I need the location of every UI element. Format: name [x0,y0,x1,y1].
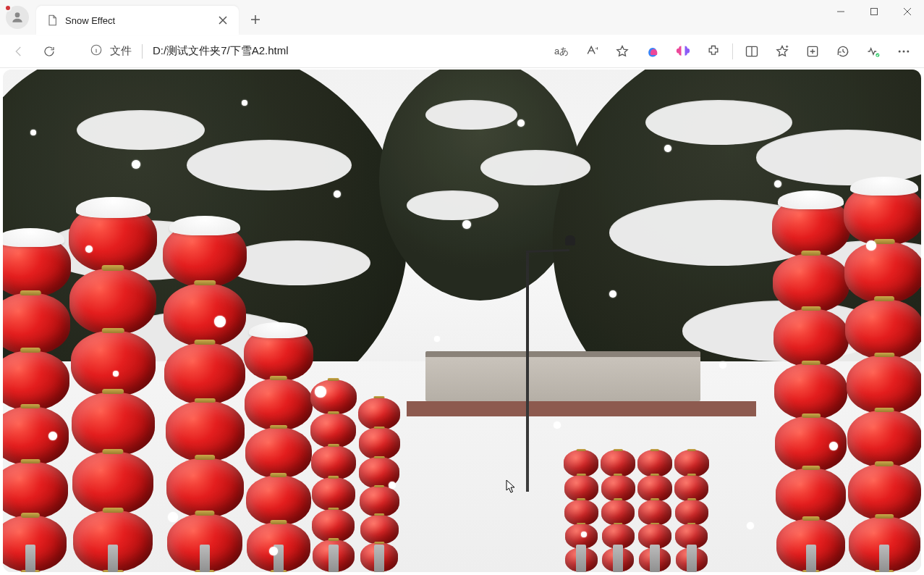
lantern [360,486,399,517]
lantern-column [358,398,400,573]
lantern [601,450,635,477]
window-close-button[interactable] [891,0,924,23]
background-wall [407,401,755,416]
more-icon[interactable] [889,38,918,64]
lantern-column [844,183,921,572]
tab-title: Snow Effect [65,15,207,26]
lantern [3,235,71,298]
lantern-column [772,197,850,572]
extensions-icon[interactable] [699,38,728,64]
collections-icon[interactable] [798,38,827,64]
window-maximize-button[interactable] [857,0,891,23]
lantern [848,463,921,521]
lantern [772,197,850,258]
page-viewport [0,68,924,575]
lantern [164,283,246,348]
svg-point-0 [15,12,20,17]
svg-point-7 [903,50,905,52]
lantern-stake [25,545,35,572]
favorites-bar-icon[interactable] [768,38,797,64]
lantern [72,392,155,456]
lantern [674,475,708,502]
lantern-snowcap [850,177,918,196]
read-aloud-icon[interactable] [577,38,606,64]
lantern [844,241,921,303]
lantern-stake [200,545,210,572]
snow-patch [77,110,205,151]
lantern [601,475,635,502]
lantern [358,398,400,430]
lantern-column [674,450,709,572]
snow-scene [3,70,921,572]
lantern-stake [274,545,284,572]
lantern-stake [576,545,586,572]
address-type-label: 文件 [110,44,132,58]
background-building [425,351,701,401]
lantern-stake [687,545,697,572]
window-controls [824,0,924,29]
lantern [601,500,635,526]
lantern [776,468,846,523]
window-minimize-button[interactable] [824,0,857,23]
lantern [637,450,672,477]
lantern [311,445,355,480]
lantern [3,406,69,466]
lantern [638,500,671,526]
lantern [359,457,399,488]
lamp-head [565,235,575,245]
lantern [245,427,312,479]
lantern [310,379,357,416]
lantern [244,327,313,382]
lantern [69,204,157,273]
tab-close-button[interactable] [214,12,232,29]
lantern [674,450,709,477]
lantern-stake [108,545,118,572]
lantern-column [69,204,157,572]
profile-button[interactable] [6,6,29,29]
lantern [3,351,69,411]
browser-titlebar: Snow Effect [0,0,924,35]
lantern [163,222,247,288]
refresh-button[interactable] [36,38,62,64]
lantern-snowcap [169,216,240,235]
lantern-column [163,222,247,572]
lantern [564,450,598,477]
lantern [773,253,849,314]
lantern-snowcap [76,197,151,218]
lantern [675,500,708,526]
browser-tab[interactable]: Snow Effect [36,6,239,35]
lantern [360,515,399,545]
lantern [310,413,356,448]
site-info-icon[interactable] [90,43,103,59]
lantern [637,475,671,502]
split-screen-icon[interactable] [737,38,766,64]
performance-icon[interactable] [859,38,888,64]
lantern [3,461,68,519]
translate-icon[interactable]: aあ [547,38,576,64]
lantern-column [244,327,313,572]
lantern [844,183,921,246]
back-button[interactable] [6,38,32,64]
lantern [847,410,921,468]
copilot-icon[interactable] [638,38,667,64]
snow-patch [407,190,499,221]
lantern [847,355,921,414]
lantern-column [3,235,71,572]
address-bar[interactable]: 文件 D:/测试文件夹7/下雪A2.html [81,39,293,64]
toolbar-separator [732,43,733,59]
lantern [166,458,244,518]
page-icon [46,14,58,26]
toolbar-right-icons: aあ [547,38,918,64]
history-icon[interactable] [828,38,857,64]
snow-patch [187,140,352,190]
lantern-stake [374,545,384,572]
lantern [3,293,70,355]
favorite-icon[interactable] [608,38,637,64]
lantern-stake [329,545,339,572]
lantern [774,363,848,420]
new-tab-button[interactable] [243,7,268,32]
lantern [775,416,847,472]
snow-patch [425,100,517,130]
lantern [71,330,156,396]
brain-icon[interactable] [669,38,698,64]
